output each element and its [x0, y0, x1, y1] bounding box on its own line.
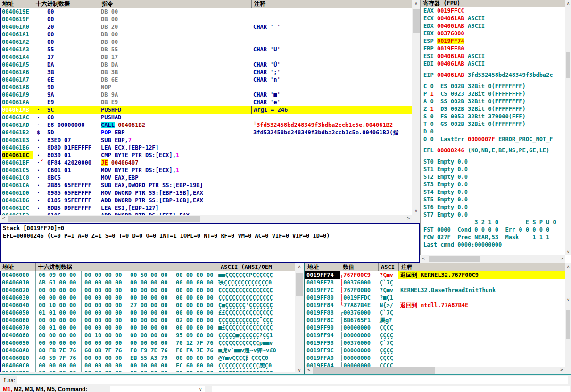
- disasm-row[interactable]: 004061AD·E8 00000000CALL 004061B2└3fd532…: [0, 121, 412, 129]
- hscroll-thumb[interactable]: [429, 256, 480, 262]
- registers-content[interactable]: EAX 0019FFCCECX 004061AB ASCIIEDX 004061…: [421, 7, 565, 255]
- register-line[interactable]: EDX 004061AB ASCII: [421, 22, 565, 30]
- disasm-row[interactable]: 004061D0·8985 65FEFFFFMOV DWORD PTR SS:[…: [0, 189, 412, 197]
- hexdump-vscrollbar[interactable]: ∧ ∨: [295, 263, 304, 375]
- scroll-right-icon[interactable]: >: [558, 367, 565, 374]
- register-line[interactable]: ESI 004061AB ASCII: [421, 52, 565, 60]
- scroll-down-icon[interactable]: ∨: [412, 208, 420, 215]
- scroll-right-icon[interactable]: >: [559, 255, 565, 263]
- register-line[interactable]: EDI 004061AB ASCII: [421, 60, 565, 67]
- registers-vscrollbar[interactable]: ∧ ∨: [565, 0, 571, 255]
- stack-row[interactable]: 0019FF7C│767F00B0?Ç■vKERNEL32.BaseThread…: [305, 286, 565, 294]
- vscroll-thumb[interactable]: [413, 9, 420, 33]
- scroll-up-icon[interactable]: ∧: [295, 263, 304, 271]
- register-line[interactable]: FST 0000 Cond 0 0 0 0 Err 0 0 0 0 0: [421, 226, 565, 234]
- register-line[interactable]: Z 1 DS 002B 32Bit 0(FFFFFFFF): [421, 105, 565, 113]
- hexdump-row[interactable]: 0040607080 01 00 0000 00 00 0000 00 00 0…: [0, 324, 295, 332]
- vscroll-thumb[interactable]: [296, 273, 303, 296]
- disasm-row[interactable]: 004061D6·0185 95FEFFFFADD DWORD PTR SS:[…: [0, 197, 412, 204]
- disasm-row[interactable]: 004061BC·8039 01CMP BYTE PTR DS:[ECX],1: [0, 151, 412, 159]
- hexdump-row[interactable]: 00406010AB 61 00 0000 00 00 0000 00 00 0…: [0, 279, 295, 286]
- register-line[interactable]: ST2 Empty 0.0: [421, 173, 565, 181]
- disasm-row[interactable]: 004061A76EDB 6ECHAR 'n': [0, 76, 412, 83]
- stack-row[interactable]: 0019FF88┌00376000Ç`7Ç: [305, 309, 565, 317]
- register-line[interactable]: ST5 Empty 0.0: [421, 196, 565, 203]
- disasm-row[interactable]: 004061BF·ˇ0F84 42020000JE 00406407: [0, 159, 412, 167]
- hexdump-row[interactable]: 004060A080 FB 7E 7660 0B 7F 76F0 F9 7E 7…: [0, 347, 295, 354]
- disassembly-hscrollbar[interactable]: < >: [0, 215, 412, 223]
- hexdump-row[interactable]: 0040602000 00 00 0000 00 00 0000 00 00 0…: [0, 286, 295, 294]
- scroll-left-icon[interactable]: <: [420, 255, 427, 263]
- hexdump-row[interactable]: 0040606000 00 00 0000 00 00 0000 00 00 0…: [0, 317, 295, 324]
- disasm-row[interactable]: 004061A355DB 55CHAR 'U': [0, 46, 412, 53]
- stack-row[interactable]: 0019FFA4│00000000ÇÇÇÇ: [305, 362, 565, 367]
- disassembly-vscrollbar[interactable]: ∧ ∨: [412, 0, 420, 215]
- dropdown-icon[interactable]: ∨: [199, 387, 202, 392]
- disasm-row[interactable]: 004061A020DB 20CHAR ' ': [0, 23, 412, 31]
- hexdump-row[interactable]: 0040603000 00 00 0000 00 00 0000 00 00 0…: [0, 294, 295, 301]
- stack-row[interactable]: 0019FF84└77A87B4EN{>/返回到 ntdll.77A87B4E: [305, 301, 565, 309]
- hscroll-thumb[interactable]: [313, 367, 435, 374]
- register-line[interactable]: ST3 Empty 0.0: [421, 181, 565, 188]
- register-line[interactable]: ST7 Empty 0.0: [421, 211, 565, 218]
- hexdump-row[interactable]: 004060C000 00 00 0000 00 00 0000 00 00 0…: [0, 362, 295, 369]
- register-line[interactable]: EFL 00000246 (NO,NB,E,BE,NS,PE,GE,LE): [421, 147, 565, 154]
- disasm-row[interactable]: 004061B3·83ED 07SUB EBP,7: [0, 136, 412, 144]
- disasm-row[interactable]: 004061C8·8BC5MOV EAX,EBP: [0, 174, 412, 182]
- scroll-down-icon[interactable]: ∨: [565, 249, 571, 255]
- stack-row[interactable]: 0019FF78│00376000Ç`7Ç: [305, 279, 565, 286]
- disasm-row[interactable]: 004061A100DB 00: [0, 31, 412, 38]
- register-line[interactable]: EIP 004061AB 3fd532458bd248349f3bdba2c: [421, 71, 565, 79]
- register-line[interactable]: S 0 FS 0053 32Bit 379000(FFF): [421, 113, 565, 120]
- scroll-up-icon[interactable]: ∧: [565, 0, 571, 7]
- command-input[interactable]: [110, 386, 205, 392]
- registers-hscrollbar[interactable]: < >: [420, 255, 565, 263]
- register-line[interactable]: Last cmnd 0000:00000000: [421, 241, 565, 249]
- disasm-row[interactable]: 0040619E00DB 00: [0, 8, 412, 16]
- register-line[interactable]: ESP 0019FF74: [421, 37, 565, 45]
- stack-row[interactable]: 0019FF9C│00000000ÇÇÇÇ: [305, 347, 565, 354]
- vscroll-thumb[interactable]: [566, 310, 570, 339]
- stack-row[interactable]: 0019FFA0│00000000ÇÇÇÇ: [305, 354, 565, 362]
- register-line[interactable]: P 1 CS 0023 32Bit 0(FFFFFFFF): [421, 90, 565, 98]
- hexdump-row[interactable]: 004060B040 59 7F 7600 00 00 00EB 55 A3 7…: [0, 354, 295, 362]
- scroll-up-icon[interactable]: ∧: [565, 263, 571, 270]
- register-line[interactable]: T 0 GS 002B 32Bit 0(FFFFFFFF): [421, 120, 565, 128]
- stack-vscrollbar[interactable]: ∧ ∨: [565, 263, 571, 375]
- disasm-row[interactable]: 004061CA·2B85 65FEFFFFSUB EAX,DWORD PTR …: [0, 182, 412, 189]
- register-line[interactable]: EAX 0019FFCC: [421, 7, 565, 15]
- hexdump-row[interactable]: 0040600006 09 00 0000 00 00 0000 50 00 0…: [0, 271, 295, 279]
- scroll-down-icon[interactable]: ∨: [565, 296, 571, 303]
- stack-row[interactable]: 0019FF90│00000000ÇÇÇÇ: [305, 324, 565, 332]
- scroll-left-icon[interactable]: <: [305, 367, 313, 374]
- disasm-row[interactable]: 004061A200DB 00: [0, 38, 412, 46]
- register-line[interactable]: D 0: [421, 128, 565, 135]
- hscroll-thumb[interactable]: [8, 216, 200, 222]
- scroll-up-icon[interactable]: ∧: [412, 0, 420, 8]
- disasm-row[interactable]: 004061A63BDB 3BCHAR ';': [0, 68, 412, 76]
- stack-row[interactable]: 0019FF94│00000000ÇÇÇÇ: [305, 332, 565, 339]
- vscroll-thumb[interactable]: [566, 52, 570, 78]
- register-line[interactable]: C 0 ES 002B 32Bit 0(FFFFFFFF): [421, 83, 565, 90]
- disasm-row[interactable]: 004061A5DADB DACHAR 'Ú': [0, 61, 412, 68]
- stack-row[interactable]: 0019FF8C│8B6765F1馬g?: [305, 317, 565, 324]
- macro-m1-label[interactable]: M1,: [3, 386, 12, 392]
- register-line[interactable]: 3 2 1 0 E S P U O: [421, 218, 565, 226]
- register-line[interactable]: FCW 027F Prec NEAR,53 Mask 1 1 1: [421, 234, 565, 241]
- disasm-row[interactable]: 0040619F00DB 00: [0, 16, 412, 23]
- scroll-left-icon[interactable]: <: [0, 215, 8, 223]
- disasm-row[interactable]: 004061AC·60PUSHAD: [0, 114, 412, 121]
- register-line[interactable]: ST6 Empty 0.0: [421, 203, 565, 211]
- disasm-row[interactable]: 004061AAE9DB E9CHAR 'é': [0, 99, 412, 106]
- hexdump-row[interactable]: 0040608000 00 00 0000 10 00 0000 00 00 0…: [0, 332, 295, 339]
- register-line[interactable]: ECX 004061AB ASCII: [421, 15, 565, 22]
- stack-row[interactable]: 0019FF80│0019FFDC?■Ç1: [305, 294, 565, 301]
- disasm-row[interactable]: 004061A890NOP: [0, 83, 412, 91]
- disasm-row[interactable]: 004061C5·C601 01MOV BYTE PTR DS:[ECX],1: [0, 167, 412, 174]
- scroll-right-icon[interactable]: >: [405, 215, 412, 223]
- disasm-row[interactable]: 004061AB·9CPUSHFDArg1 = 246: [0, 106, 412, 114]
- register-line[interactable]: ST4 Empty 0.0: [421, 188, 565, 196]
- disasm-row[interactable]: 004061B6·8D8D D1FEFFFFLEA ECX,[EBP-12F]: [0, 144, 412, 151]
- hexdump-row[interactable]: 0040609000 00 00 0000 00 00 0000 00 00 0…: [0, 339, 295, 347]
- register-line[interactable]: EBX 00376000: [421, 30, 565, 37]
